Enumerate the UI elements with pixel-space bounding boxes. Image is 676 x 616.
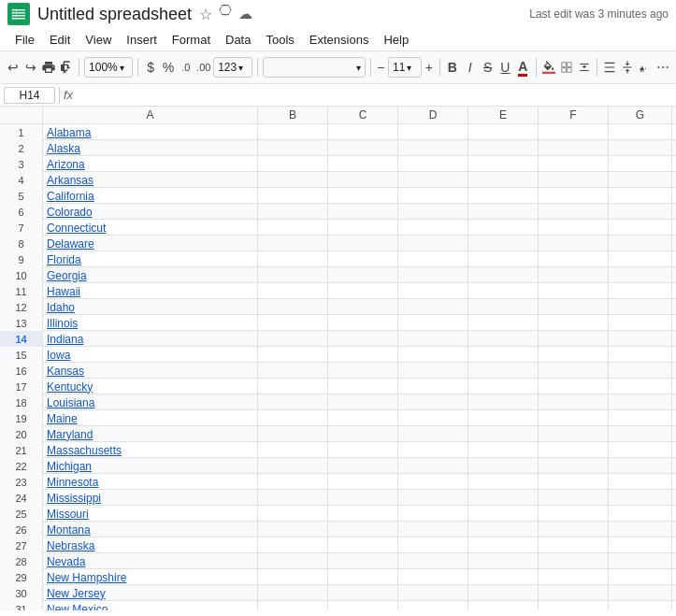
cell-d1[interactable]: [398, 124, 468, 140]
cell-c7[interactable]: [328, 220, 398, 236]
cell-b13[interactable]: [258, 315, 328, 331]
cell-f8[interactable]: [539, 236, 609, 251]
table-row[interactable]: 29New Hampshire: [0, 569, 676, 585]
table-row[interactable]: 10Georgia: [0, 267, 676, 283]
cell-a17[interactable]: Kentucky: [43, 379, 258, 394]
cell-a29[interactable]: New Hampshire: [43, 569, 258, 585]
cell-e14[interactable]: [468, 331, 539, 347]
cell-a23[interactable]: Minnesota: [43, 474, 258, 490]
cell-e28[interactable]: [468, 553, 539, 569]
zoom-selector[interactable]: 100% ▾: [84, 57, 133, 78]
cell-c19[interactable]: [328, 410, 398, 426]
cell-g26[interactable]: [609, 522, 672, 537]
table-row[interactable]: 20Maryland: [0, 426, 676, 442]
cell-f27[interactable]: [539, 537, 609, 553]
cell-b17[interactable]: [258, 379, 328, 394]
cell-b10[interactable]: [258, 267, 328, 283]
cell-c18[interactable]: [328, 394, 398, 410]
table-row[interactable]: 12Idaho: [0, 299, 676, 315]
cell-a12[interactable]: Idaho: [43, 299, 258, 315]
state-link[interactable]: Maine: [47, 412, 78, 425]
cell-c4[interactable]: [328, 172, 398, 188]
cell-c12[interactable]: [328, 299, 398, 315]
cell-c6[interactable]: [328, 204, 398, 220]
redo-button[interactable]: ↪: [23, 55, 39, 79]
cell-a8[interactable]: Delaware: [43, 236, 258, 251]
cell-g2[interactable]: [609, 140, 672, 156]
table-row[interactable]: 6Colorado: [0, 204, 676, 220]
cell-f29[interactable]: [539, 569, 609, 585]
cell-b26[interactable]: [258, 522, 328, 537]
cell-b16[interactable]: [258, 363, 328, 379]
undo-button[interactable]: ↩: [6, 55, 22, 79]
cell-a9[interactable]: Florida: [43, 251, 258, 267]
cell-f26[interactable]: [539, 522, 609, 537]
cell-f28[interactable]: [539, 553, 609, 569]
cell-c31[interactable]: [328, 601, 398, 610]
cell-a24[interactable]: Mississippi: [43, 490, 258, 506]
cell-b3[interactable]: [258, 156, 328, 172]
cell-g29[interactable]: [609, 569, 672, 585]
table-row[interactable]: 4Arkansas: [0, 172, 676, 188]
state-link[interactable]: Minnesota: [47, 476, 98, 489]
state-link[interactable]: Colorado: [47, 206, 93, 219]
cell-f31[interactable]: [539, 601, 609, 610]
state-link[interactable]: New Mexico: [47, 603, 108, 611]
cell-e5[interactable]: [468, 188, 539, 204]
menu-item-tools[interactable]: Tools: [258, 31, 301, 49]
state-link[interactable]: Georgia: [47, 269, 87, 282]
cell-e6[interactable]: [468, 204, 539, 220]
cell-d9[interactable]: [398, 251, 468, 267]
cell-b2[interactable]: [258, 140, 328, 156]
cell-b28[interactable]: [258, 553, 328, 569]
cell-b6[interactable]: [258, 204, 328, 220]
cell-e30[interactable]: [468, 585, 539, 601]
cell-g9[interactable]: [609, 251, 672, 267]
cell-a14[interactable]: Indiana: [43, 331, 258, 347]
cell-b8[interactable]: [258, 236, 328, 251]
cell-e11[interactable]: [468, 283, 539, 299]
italic-button[interactable]: I: [462, 55, 478, 79]
menu-item-help[interactable]: Help: [376, 31, 416, 49]
cell-g22[interactable]: [609, 458, 672, 474]
cell-c15[interactable]: [328, 347, 398, 363]
state-link[interactable]: Michigan: [47, 460, 92, 473]
cell-c1[interactable]: [328, 124, 398, 140]
cell-d31[interactable]: [398, 601, 468, 610]
star-icon[interactable]: ☆: [199, 6, 212, 23]
cell-d27[interactable]: [398, 537, 468, 553]
cell-d24[interactable]: [398, 490, 468, 506]
cell-d28[interactable]: [398, 553, 468, 569]
cell-e20[interactable]: [468, 426, 539, 442]
table-row[interactable]: 13Illinois: [0, 315, 676, 331]
cell-b11[interactable]: [258, 283, 328, 299]
cell-f22[interactable]: [539, 458, 609, 474]
col-header-b[interactable]: B: [258, 107, 328, 123]
cell-g21[interactable]: [609, 442, 672, 458]
cell-d21[interactable]: [398, 442, 468, 458]
cell-a19[interactable]: Maine: [43, 410, 258, 426]
cell-b20[interactable]: [258, 426, 328, 442]
document-title[interactable]: Untitled spreadsheet: [37, 5, 192, 24]
cell-g18[interactable]: [609, 394, 672, 410]
state-link[interactable]: Florida: [47, 253, 81, 266]
table-row[interactable]: 24Mississippi: [0, 490, 676, 506]
cell-e29[interactable]: [468, 569, 539, 585]
state-link[interactable]: Nebraska: [47, 539, 94, 552]
cell-f5[interactable]: [539, 188, 609, 204]
state-link[interactable]: Idaho: [47, 301, 75, 314]
cell-a18[interactable]: Louisiana: [43, 394, 258, 410]
text-color-button[interactable]: A: [515, 55, 531, 79]
cell-e18[interactable]: [468, 394, 539, 410]
cell-f21[interactable]: [539, 442, 609, 458]
font-size-input[interactable]: 11 ▾: [388, 57, 422, 78]
cell-c17[interactable]: [328, 379, 398, 394]
cell-b12[interactable]: [258, 299, 328, 315]
cell-c8[interactable]: [328, 236, 398, 251]
cell-e27[interactable]: [468, 537, 539, 553]
cell-g4[interactable]: [609, 172, 672, 188]
cell-c23[interactable]: [328, 474, 398, 490]
cell-f14[interactable]: [539, 331, 609, 347]
cell-d19[interactable]: [398, 410, 468, 426]
cell-b25[interactable]: [258, 506, 328, 522]
